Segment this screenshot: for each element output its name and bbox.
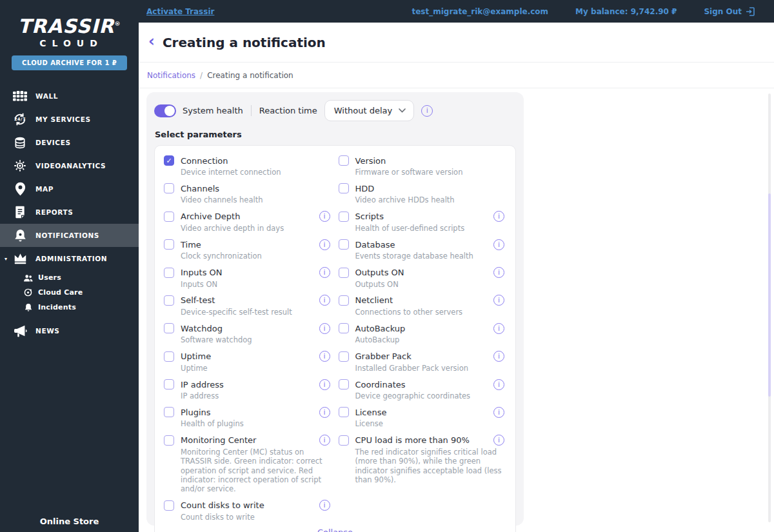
sidebar-item-devices[interactable]: DEVICES	[0, 131, 139, 154]
breadcrumb-current: Creating a notification	[207, 71, 293, 80]
parameter-checkbox[interactable]	[339, 295, 349, 306]
parameter-checkbox[interactable]	[164, 379, 174, 389]
parameter-checkbox[interactable]	[339, 379, 349, 389]
sidebar-item-label: Cloud Care	[38, 288, 83, 297]
back-icon[interactable]: ‹	[148, 34, 155, 49]
parameter-label: Channels	[181, 184, 219, 193]
parameter-info-icon[interactable]: i	[319, 211, 330, 222]
parameter-checkbox[interactable]	[164, 239, 174, 250]
divider	[251, 105, 252, 116]
parameter-info-icon[interactable]: i	[493, 211, 504, 222]
parameter-checkbox[interactable]	[164, 268, 174, 278]
parameter-info-icon[interactable]: i	[493, 267, 504, 278]
parameter-info-icon[interactable]: i	[319, 500, 330, 511]
parameter-checkbox[interactable]	[164, 407, 174, 417]
balance-text[interactable]: My balance: 9,742.90 ₽	[575, 7, 677, 16]
parameter-info-icon[interactable]: i	[493, 295, 504, 306]
parameter-checkbox[interactable]	[339, 183, 349, 193]
parameter-row: Grabber Pack i Installed Grabber Pack ve…	[339, 351, 507, 373]
breadcrumb-notifications-link[interactable]: Notifications	[147, 71, 195, 80]
parameter-checkbox[interactable]	[164, 351, 174, 362]
sidebar-item-label: MAP	[35, 185, 54, 193]
account-email[interactable]: test_migrate_rik@example.com	[412, 7, 548, 16]
parameter-info-icon[interactable]: i	[319, 239, 330, 250]
collapse-link[interactable]: Collapse	[164, 527, 506, 532]
reaction-time-select[interactable]: Without delay	[324, 100, 414, 121]
sidebar-item-administration[interactable]: ADMINISTRATION	[0, 247, 139, 270]
notification-form-panel: System health Reaction time Without dela…	[146, 92, 524, 526]
parameter-checkbox[interactable]	[339, 212, 349, 222]
parameter-info-icon[interactable]: i	[319, 435, 330, 446]
cloud-archive-button[interactable]: CLOUD ARCHIVE FOR 1 ₽	[12, 55, 127, 70]
parameter-checkbox[interactable]	[164, 323, 174, 333]
activate-trassir-link[interactable]: Activate Trassir	[146, 7, 214, 16]
parameter-info-icon[interactable]: i	[319, 295, 330, 306]
parameter-description: IP address	[181, 391, 332, 400]
parameter-row: Coordinates i Device geographic coordina…	[339, 379, 507, 400]
parameter-row: Archive Depth i Video archive depth in d…	[164, 211, 332, 233]
parameter-description: Uptime	[181, 364, 332, 373]
parameter-row: Channels i Video channels health	[164, 182, 332, 204]
parameter-row: Uptime i Uptime	[164, 351, 332, 373]
parameter-checkbox[interactable]	[339, 155, 349, 166]
parameter-row: License i License	[339, 406, 507, 428]
system-health-toggle[interactable]	[154, 104, 176, 117]
parameter-checkbox[interactable]	[164, 295, 174, 306]
parameter-checkbox[interactable]	[164, 155, 174, 166]
parameter-checkbox[interactable]	[339, 323, 349, 333]
news-icon	[12, 325, 28, 337]
parameter-description: The red indicator signifies critical loa…	[355, 448, 507, 485]
parameter-info-icon[interactable]: i	[493, 323, 504, 334]
parameter-description: Installed Grabber Pack version	[355, 364, 507, 373]
sidebar-item-map[interactable]: MAP	[0, 177, 139, 201]
system-health-label: System health	[183, 106, 243, 115]
sidebar-item-news[interactable]: NEWS	[0, 319, 139, 342]
parameter-description: Monitoring Center (MC) status on TRASSIR…	[181, 448, 332, 494]
parameter-checkbox[interactable]	[164, 183, 174, 193]
cloud-care-icon	[23, 288, 33, 297]
sidebar-item-reports[interactable]: REPORTS	[0, 201, 139, 224]
devices-icon	[12, 136, 28, 149]
parameter-row: HDD i Video archive HDDs health	[339, 182, 507, 204]
online-store-link[interactable]: Online Store	[0, 517, 139, 526]
sign-out-button[interactable]: Sign Out	[704, 7, 755, 16]
sidebar-item-wall[interactable]: WALL	[0, 84, 139, 108]
sidebar-item-videoanalytics[interactable]: VIDEOANALYTICS	[0, 154, 139, 177]
sidebar-item-incidents[interactable]: Incidents	[0, 300, 139, 315]
scrollbar-thumb[interactable]	[768, 193, 771, 397]
parameter-checkbox[interactable]	[164, 500, 174, 511]
sidebar-item-cloud-care[interactable]: Cloud Care	[0, 285, 139, 300]
parameter-description: Firmware or software version	[355, 168, 507, 177]
parameter-info-icon[interactable]: i	[319, 379, 330, 390]
parameter-description: Count disks to write	[181, 513, 332, 522]
sidebar-item-my-services[interactable]: 24/7 MY SERVICES	[0, 108, 139, 131]
reaction-time-info-icon[interactable]: i	[421, 105, 433, 117]
parameter-info-icon[interactable]: i	[319, 351, 330, 362]
parameter-checkbox[interactable]	[339, 351, 349, 362]
parameter-row: Netclient i Connections to other servers	[339, 295, 507, 317]
parameter-info-icon[interactable]: i	[319, 323, 330, 334]
parameter-checkbox[interactable]	[339, 435, 349, 446]
toggle-knob	[164, 106, 175, 116]
sidebar-item-users[interactable]: Users	[0, 270, 139, 285]
parameter-checkbox[interactable]	[339, 407, 349, 417]
parameter-description: Device-specific self-test result	[181, 308, 332, 317]
parameter-description: Events storage database health	[355, 251, 507, 261]
parameter-row: Monitoring Center i Monitoring Center (M…	[164, 435, 332, 494]
parameter-label: Connection	[181, 156, 228, 166]
parameter-info-icon[interactable]: i	[319, 407, 330, 418]
sidebar-item-label: Incidents	[38, 303, 76, 311]
parameter-checkbox[interactable]	[339, 239, 349, 250]
sidebar-item-notifications[interactable]: NOTIFICATIONS	[0, 224, 139, 247]
parameter-info-icon[interactable]: i	[493, 435, 504, 446]
parameter-checkbox[interactable]	[164, 212, 174, 222]
parameter-checkbox[interactable]	[164, 435, 174, 446]
parameter-label: Self-test	[181, 295, 215, 305]
parameter-info-icon[interactable]: i	[493, 351, 504, 362]
sidebar-item-label: VIDEOANALYTICS	[35, 162, 106, 170]
parameter-info-icon[interactable]: i	[493, 379, 504, 390]
parameter-info-icon[interactable]: i	[493, 239, 504, 250]
parameter-checkbox[interactable]	[339, 268, 349, 278]
parameter-info-icon[interactable]: i	[319, 267, 330, 278]
parameter-info-icon[interactable]: i	[493, 407, 504, 418]
